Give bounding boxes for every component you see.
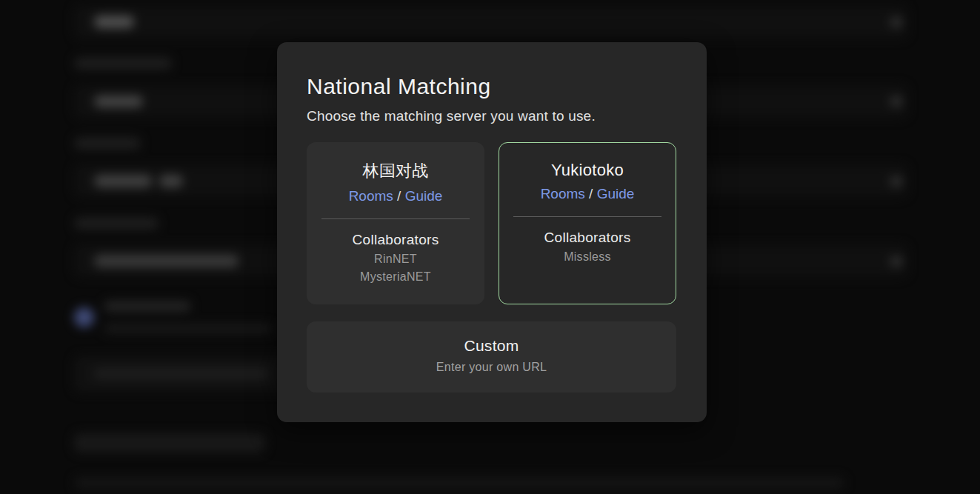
custom-card-title: Custom [307, 337, 676, 355]
server-card-yukiotoko[interactable]: Yukiotoko Rooms / Guide Collaborators Mi… [499, 142, 676, 304]
modal-title: National Matching [307, 74, 491, 99]
modal-subtitle: Choose the matching server you want to u… [307, 108, 596, 124]
card-divider [321, 218, 470, 219]
card-divider [513, 216, 661, 217]
rooms-link[interactable]: Rooms [349, 188, 393, 204]
server-card-linguo[interactable]: 林国对战 Rooms / Guide Collaborators RinNET … [307, 142, 484, 304]
collaborator: Missless [499, 250, 676, 264]
screen: National Matching Choose the matching se… [0, 0, 980, 494]
server-options-row: 林国对战 Rooms / Guide Collaborators RinNET … [307, 142, 676, 304]
link-separator: / [589, 186, 597, 201]
custom-card-subtitle: Enter your own URL [307, 361, 676, 374]
server-name: 林国对战 [307, 160, 484, 182]
collaborator: RinNET [307, 253, 484, 266]
link-separator: / [397, 188, 405, 204]
server-links: Rooms / Guide [307, 188, 484, 204]
server-name: Yukiotoko [499, 161, 676, 180]
collaborators-label: Collaborators [499, 230, 676, 246]
collaborators-label: Collaborators [307, 232, 484, 248]
national-matching-modal: National Matching Choose the matching se… [277, 42, 707, 422]
server-links: Rooms / Guide [499, 186, 676, 202]
rooms-link[interactable]: Rooms [541, 186, 585, 201]
guide-link[interactable]: Guide [405, 188, 443, 204]
guide-link[interactable]: Guide [597, 186, 635, 201]
collaborator: MysteriaNET [307, 270, 484, 284]
custom-server-card[interactable]: Custom Enter your own URL [307, 321, 676, 393]
